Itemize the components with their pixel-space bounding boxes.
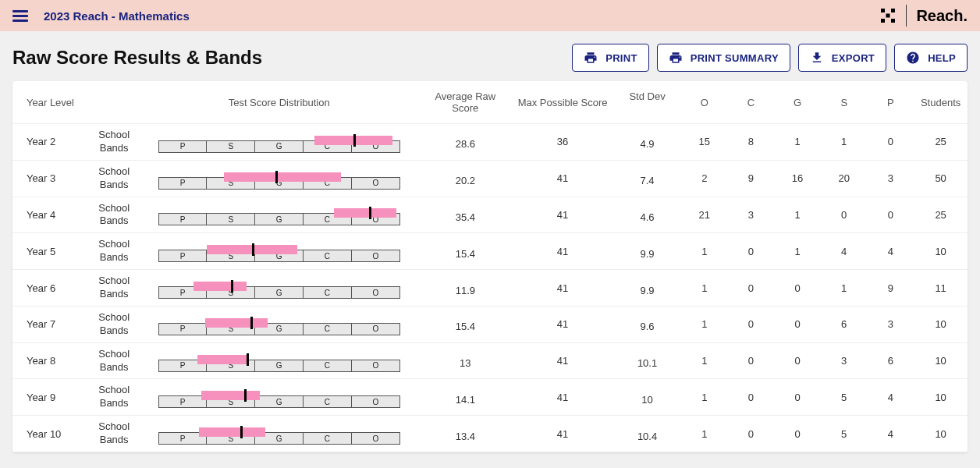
school-bands-label: SchoolBands [89, 197, 140, 233]
avg-cell: 11.9 [419, 270, 512, 307]
score-marker [231, 280, 233, 292]
export-button[interactable]: EXPORT [798, 44, 886, 72]
o-cell: 1 [681, 233, 728, 270]
score-range-bar [199, 427, 265, 437]
year-level-cell: Year 2 [12, 124, 89, 161]
year-level-cell: Year 8 [12, 342, 89, 379]
c-cell: 9 [728, 160, 775, 197]
avg-cell: 20.2 [419, 160, 512, 197]
std-cell: 7.4 [613, 160, 681, 197]
table-row: Year 2SchoolBandsPSGCO28.6364.915811025 [12, 124, 968, 161]
menu-icon[interactable] [12, 10, 28, 22]
header-divider [906, 5, 907, 27]
col-s: S [821, 81, 868, 124]
download-icon [810, 51, 824, 65]
table-row: Year 7SchoolBandsPSGCO15.4419.61006310 [12, 306, 968, 342]
o-cell: 1 [681, 270, 728, 307]
band-cell: O [352, 433, 399, 444]
band-cell: G [255, 360, 304, 371]
s-cell: 6 [821, 306, 868, 342]
school-bands-label: SchoolBands [89, 233, 140, 270]
score-marker [244, 389, 247, 402]
col-distribution: Test Score Distribution [140, 81, 419, 124]
svg-rect-3 [881, 19, 885, 23]
students-cell: 10 [914, 306, 968, 342]
year-level-cell: Year 9 [12, 379, 89, 416]
s-cell: 0 [821, 197, 868, 233]
distribution-cell: PSGCO [140, 233, 419, 270]
band-cell: C [304, 250, 352, 261]
year-level-cell: Year 4 [12, 197, 89, 233]
max-cell: 41 [512, 306, 613, 342]
distribution-cell: PSGCO [140, 270, 419, 307]
results-table: Year Level Test Score Distribution Avera… [12, 81, 968, 452]
school-bands-label: SchoolBands [89, 270, 140, 307]
band-cell: C [304, 324, 352, 335]
std-cell: 10 [613, 379, 681, 416]
std-cell: 10.1 [613, 342, 681, 379]
table-row: Year 6SchoolBandsPSGCO11.9419.91001911 [12, 270, 968, 307]
help-button[interactable]: HELP [894, 44, 968, 72]
school-bands-label: SchoolBands [89, 306, 140, 342]
score-range-bar [224, 172, 341, 182]
s-cell: 20 [821, 160, 868, 197]
std-cell: 10.4 [613, 416, 681, 452]
c-cell: 3 [728, 197, 775, 233]
print-icon [669, 51, 683, 65]
g-cell: 0 [774, 270, 821, 307]
p-cell: 0 [868, 124, 914, 161]
school-bands-label: SchoolBands [89, 416, 140, 452]
distribution-cell: PSGCO [140, 160, 419, 197]
score-marker [369, 207, 371, 219]
s-cell: 4 [821, 233, 868, 270]
band-cell: S [207, 214, 255, 225]
distribution-cell: PSGCO [140, 416, 419, 452]
g-cell: 1 [774, 233, 821, 270]
p-cell: 4 [868, 379, 914, 416]
score-marker [275, 171, 278, 183]
print-button[interactable]: PRINT [572, 44, 649, 72]
g-cell: 0 [774, 342, 821, 379]
band-scale: PSGCO [158, 360, 400, 372]
g-cell: 1 [774, 197, 821, 233]
g-cell: 16 [774, 160, 821, 197]
app-icon[interactable] [879, 7, 897, 24]
score-marker [240, 426, 243, 438]
students-cell: 50 [914, 160, 968, 197]
students-cell: 10 [914, 416, 968, 452]
band-cell: C [304, 360, 352, 371]
s-cell: 5 [821, 379, 868, 416]
band-cell: G [255, 287, 304, 298]
o-cell: 21 [681, 197, 728, 233]
students-cell: 11 [914, 270, 968, 307]
o-cell: 2 [681, 160, 728, 197]
c-cell: 0 [728, 233, 775, 270]
export-label: EXPORT [832, 52, 875, 64]
band-cell: O [352, 178, 399, 189]
school-bands-label: SchoolBands [89, 342, 140, 379]
band-cell: O [352, 396, 399, 407]
col-max: Max Possible Score [512, 81, 613, 124]
print-summary-button[interactable]: PRINT SUMMARY [657, 44, 790, 72]
svg-rect-4 [891, 19, 895, 23]
top-header: 2023 Reach - Mathematics Reach. [0, 0, 980, 31]
band-cell: C [304, 287, 352, 298]
std-cell: 9.9 [613, 233, 681, 270]
g-cell: 0 [774, 379, 821, 416]
school-bands-label: SchoolBands [89, 160, 140, 197]
band-cell: P [159, 141, 208, 152]
students-cell: 10 [914, 342, 968, 379]
col-students: Students [914, 81, 968, 124]
max-cell: 41 [512, 270, 613, 307]
col-std: Std Dev [613, 81, 681, 124]
max-cell: 41 [512, 342, 613, 379]
band-scale: PSGCO [158, 432, 400, 445]
p-cell: 0 [868, 197, 914, 233]
std-cell: 9.9 [613, 270, 681, 307]
s-cell: 1 [821, 270, 868, 307]
band-cell: P [159, 324, 208, 335]
band-cell: S [207, 141, 255, 152]
score-range-bar [194, 282, 247, 291]
avg-cell: 28.6 [419, 124, 512, 161]
year-level-cell: Year 7 [12, 306, 89, 342]
